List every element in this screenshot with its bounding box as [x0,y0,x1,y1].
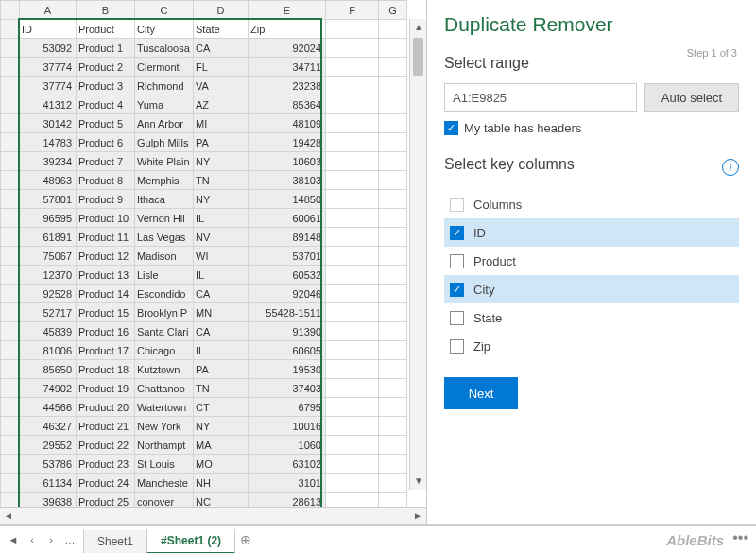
cell[interactable] [326,190,379,209]
cell[interactable]: Product 21 [77,417,135,436]
cell[interactable] [326,114,379,133]
cell[interactable]: Memphis [135,171,194,190]
cell[interactable] [379,152,407,171]
cell[interactable] [326,95,379,114]
cell[interactable]: TN [194,171,249,190]
cell[interactable]: 3101 [249,474,326,493]
cell[interactable]: 48109 [249,114,326,133]
cell[interactable]: Product 12 [77,247,135,266]
cell[interactable] [379,190,407,209]
header-cell[interactable] [326,20,379,39]
cell[interactable] [326,209,379,228]
cell[interactable]: Product 23 [77,455,135,474]
cell[interactable]: Gulph Mills [135,133,194,152]
cell[interactable]: MA [194,436,249,455]
cell[interactable]: 60061 [249,209,326,228]
cell[interactable]: 10016 [249,417,326,436]
key-column-row[interactable]: City [444,275,739,303]
cell[interactable]: Madison [135,247,194,266]
header-cell[interactable]: Product [77,20,135,39]
sheet-tab[interactable]: Sheet1 [83,530,147,554]
cell[interactable]: Tuscaloosa [135,39,194,58]
cell[interactable]: Product 7 [77,152,135,171]
cell[interactable]: NH [194,474,249,493]
cell[interactable]: Clermont [135,58,194,77]
cell[interactable]: 14850 [249,190,326,209]
header-cell[interactable] [379,20,407,39]
cell[interactable]: 19428 [249,133,326,152]
key-column-checkbox[interactable] [450,339,464,354]
cell[interactable]: Product 10 [77,209,135,228]
cell[interactable]: 91390 [249,322,326,341]
cell[interactable]: White Plain [135,152,194,171]
cell[interactable]: 85364 [249,95,326,114]
cell[interactable] [326,228,379,247]
cell[interactable]: Product 15 [77,303,135,322]
cell[interactable]: Product 6 [77,133,135,152]
cell[interactable]: Product 1 [77,39,135,58]
cell[interactable] [379,133,407,152]
cell[interactable]: Yuma [135,95,194,114]
cell[interactable] [326,266,379,285]
cell[interactable]: New York [135,417,194,436]
horizontal-scrollbar[interactable]: ◄ ► [0,507,426,524]
cell[interactable] [379,474,407,493]
sheet-tab[interactable]: #Sheet1 (2) [146,529,235,554]
cell[interactable]: 39234 [20,152,77,171]
info-icon[interactable]: i [722,159,739,176]
cell[interactable]: Product 5 [77,114,135,133]
cell[interactable]: 60605 [249,341,326,360]
cell[interactable]: 29552 [20,436,77,455]
cell[interactable] [326,171,379,190]
cell[interactable]: 23238 [249,77,326,95]
cell[interactable]: 39638 [20,493,77,508]
cell[interactable]: Richmond [135,77,194,95]
cell[interactable]: Product 17 [77,341,135,360]
col-header-B[interactable]: B [77,1,135,20]
cell[interactable] [326,398,379,417]
cell[interactable] [326,493,379,508]
col-header-F[interactable]: F [326,1,379,20]
col-header-G[interactable]: G [379,1,407,20]
cell[interactable]: 1060 [249,436,326,455]
cell[interactable] [326,152,379,171]
cell[interactable]: Escondido [135,285,194,303]
cell[interactable] [379,379,407,398]
cell[interactable]: Product 8 [77,171,135,190]
cell[interactable]: CA [194,322,249,341]
next-button[interactable]: Next [444,377,518,409]
header-cell[interactable]: City [135,20,194,39]
cell[interactable]: 81006 [20,341,77,360]
header-cell[interactable]: ID [20,20,77,39]
cell[interactable] [326,436,379,455]
cell[interactable] [326,303,379,322]
cell[interactable]: WI [194,247,249,266]
cell[interactable]: 63102 [249,455,326,474]
cell[interactable]: 96595 [20,209,77,228]
tab-nav-first-icon[interactable]: ◄ [4,534,23,545]
cell[interactable]: 37774 [20,58,77,77]
vertical-scrollbar[interactable]: ▲ ▼ [409,19,426,490]
cell[interactable]: 38103 [249,171,326,190]
cell[interactable]: Watertown [135,398,194,417]
col-header-D[interactable]: D [194,1,249,20]
cell[interactable]: Product 18 [77,360,135,379]
auto-select-button[interactable]: Auto select [644,83,739,112]
cell[interactable] [379,398,407,417]
cell[interactable]: Product 19 [77,379,135,398]
tab-nav-next-icon[interactable]: › [42,534,60,545]
cell[interactable]: 19530 [249,360,326,379]
key-column-checkbox[interactable] [450,283,464,297]
cell[interactable]: NC [194,493,249,508]
cell[interactable]: Product 11 [77,228,135,247]
cell[interactable] [379,209,407,228]
cell[interactable]: IL [194,266,249,285]
cell[interactable]: NY [194,417,249,436]
cell[interactable]: Product 4 [77,95,135,114]
cell[interactable]: Las Vegas [135,228,194,247]
cell[interactable]: 41312 [20,95,77,114]
cell[interactable]: 53701 [249,247,326,266]
cell[interactable] [379,360,407,379]
cell[interactable] [326,133,379,152]
cell[interactable]: Northampt [135,436,194,455]
